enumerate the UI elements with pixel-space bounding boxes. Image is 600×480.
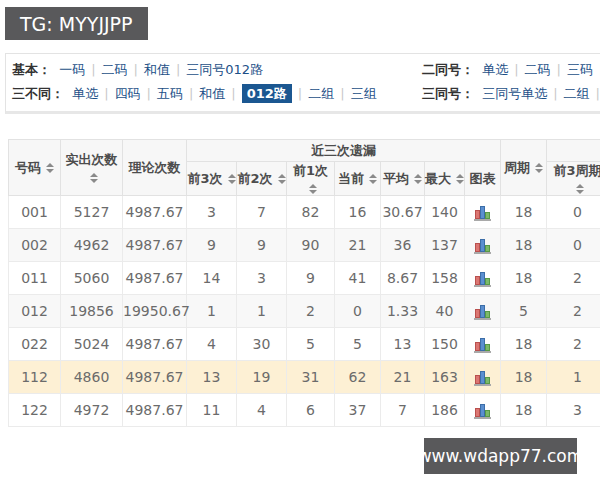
cell-current: 16	[335, 196, 381, 229]
cell-average: 30.67	[381, 196, 425, 229]
cell-prev1: 90	[287, 229, 335, 262]
col-header-cycle[interactable]: 周期	[501, 140, 547, 196]
cell-max: 163	[425, 361, 465, 394]
tg-watermark-text: TG: MYYJJPP	[20, 13, 133, 35]
nav-link-sanbutong-012lu-active[interactable]: 012路	[242, 84, 292, 103]
col-header-prev3-cycle[interactable]: 前3周期	[547, 162, 600, 196]
cell-prev3: 4	[187, 328, 237, 361]
bar-chart-icon[interactable]	[474, 337, 492, 353]
col-header-prev1[interactable]: 前1次	[287, 162, 335, 196]
nav-link-sanbutong-danxuan[interactable]: 单选	[72, 86, 98, 101]
separator: |	[298, 86, 302, 101]
cell-cycle: 5	[501, 295, 547, 328]
nav-group-ertonghao: 二同号： 单选|二码|三码|二组	[422, 58, 600, 82]
cell-prev1: 5	[287, 328, 335, 361]
cell-prev3-cycle: 0	[547, 196, 600, 229]
bar-chart-icon[interactable]	[474, 271, 492, 287]
cell-prev2: 30	[237, 328, 287, 361]
cell-max: 137	[425, 229, 465, 262]
col-header-current[interactable]: 当前	[335, 162, 381, 196]
cell-code: 011	[9, 262, 61, 295]
cell-average: 1.33	[381, 295, 425, 328]
cell-max: 40	[425, 295, 465, 328]
nav-link-sanbutong-hezhi[interactable]: 和值	[199, 86, 225, 101]
nav-link-ertonghao-danxuan[interactable]: 单选	[482, 62, 508, 77]
cell-prev1: 31	[287, 361, 335, 394]
cell-prev1: 82	[287, 196, 335, 229]
cell-prev3-cycle: 0	[547, 229, 600, 262]
cell-actual: 5024	[61, 328, 123, 361]
nav-link-ertonghao-sanma[interactable]: 三码	[567, 62, 593, 77]
cell-average: 21	[381, 361, 425, 394]
nav-group-sanbutong: 三不同： 单选|四码|五码|和值|012路|二组|三组	[12, 82, 377, 106]
bar-chart-icon[interactable]	[474, 238, 492, 254]
nav-panel: 基本： 一码|二码|和值|三同号012路 二同号： 单选|二码|三码|二组 三不…	[5, 53, 600, 114]
cell-current: 21	[335, 229, 381, 262]
separator: |	[557, 62, 561, 77]
website-watermark-text: www.wdapp77.com	[418, 446, 584, 466]
cell-cycle: 18	[501, 394, 547, 427]
nav-group-santonghao: 三同号： 三同号单选|二组|三组	[422, 82, 600, 106]
nav-link-santonghao-erzu[interactable]: 二组	[564, 86, 590, 101]
col-header-actual-count[interactable]: 实出次数	[61, 140, 123, 196]
nav-link-basic-erma[interactable]: 二码	[102, 62, 128, 77]
cell-actual: 4860	[61, 361, 123, 394]
nav-link-sanbutong-sima[interactable]: 四码	[115, 86, 141, 101]
nav-link-sanbutong-sanzu[interactable]: 三组	[351, 86, 377, 101]
sort-icon	[309, 184, 317, 194]
cell-max: 158	[425, 262, 465, 295]
cell-chart	[465, 196, 501, 229]
cell-prev3: 11	[187, 394, 237, 427]
cell-cycle: 18	[501, 361, 547, 394]
col-header-chart: 图表	[465, 162, 501, 196]
bar-chart-icon[interactable]	[474, 304, 492, 320]
bar-chart-icon[interactable]	[474, 370, 492, 386]
nav-link-basic-hezhi[interactable]: 和值	[144, 62, 170, 77]
col-header-prev2[interactable]: 前2次	[237, 162, 287, 196]
cell-average: 7	[381, 394, 425, 427]
nav-link-sanbutong-wuma[interactable]: 五码	[157, 86, 183, 101]
bar-chart-icon[interactable]	[474, 205, 492, 221]
nav-label-basic: 基本：	[12, 62, 51, 77]
cell-actual: 5060	[61, 262, 123, 295]
cell-chart	[465, 361, 501, 394]
cell-cycle: 18	[501, 196, 547, 229]
bar-chart-icon[interactable]	[474, 403, 492, 419]
sort-icon	[456, 174, 464, 184]
nav-label-sanbutong: 三不同：	[12, 86, 64, 101]
sort-icon	[414, 174, 422, 184]
table-row-112-highlighted: 112 4860 4987.67 13 19 31 62 21 163 18 1	[9, 361, 600, 394]
cell-prev1: 9	[287, 262, 335, 295]
cell-code: 022	[9, 328, 61, 361]
nav-link-sanbutong-erzu[interactable]: 二组	[308, 86, 334, 101]
cell-prev2: 4	[237, 394, 287, 427]
cell-theory: 4987.67	[123, 328, 187, 361]
cell-code: 122	[9, 394, 61, 427]
col-header-max[interactable]: 最大	[425, 162, 465, 196]
cell-prev1: 6	[287, 394, 335, 427]
sort-icon	[46, 163, 54, 173]
nav-link-basic-yima[interactable]: 一码	[59, 62, 85, 77]
nav-link-santonghao-danxuan[interactable]: 三同号单选	[482, 86, 547, 101]
cell-max: 186	[425, 394, 465, 427]
group-header-recent-miss: 近三次遗漏	[187, 140, 501, 162]
cell-theory: 4987.67	[123, 229, 187, 262]
cell-code: 112	[9, 361, 61, 394]
nav-link-basic-santonghao012[interactable]: 三同号012路	[186, 62, 263, 77]
cell-prev3-cycle: 2	[547, 262, 600, 295]
nav-link-ertonghao-erma[interactable]: 二码	[525, 62, 551, 77]
separator: |	[340, 86, 344, 101]
cell-prev3: 1	[187, 295, 237, 328]
cell-prev3-cycle: 2	[547, 328, 600, 361]
col-header-code[interactable]: 号码	[9, 140, 61, 196]
col-header-average[interactable]: 平均	[381, 162, 425, 196]
separator: |	[189, 86, 193, 101]
sort-icon	[535, 163, 543, 173]
separator: |	[553, 86, 557, 101]
separator: |	[147, 86, 151, 101]
tg-watermark-badge: TG: MYYJJPP	[5, 7, 148, 40]
cell-average: 36	[381, 229, 425, 262]
cell-prev3: 9	[187, 229, 237, 262]
table-row-022: 022 5024 4987.67 4 30 5 5 13 150 18 2	[9, 328, 600, 361]
col-header-prev3[interactable]: 前3次	[187, 162, 237, 196]
